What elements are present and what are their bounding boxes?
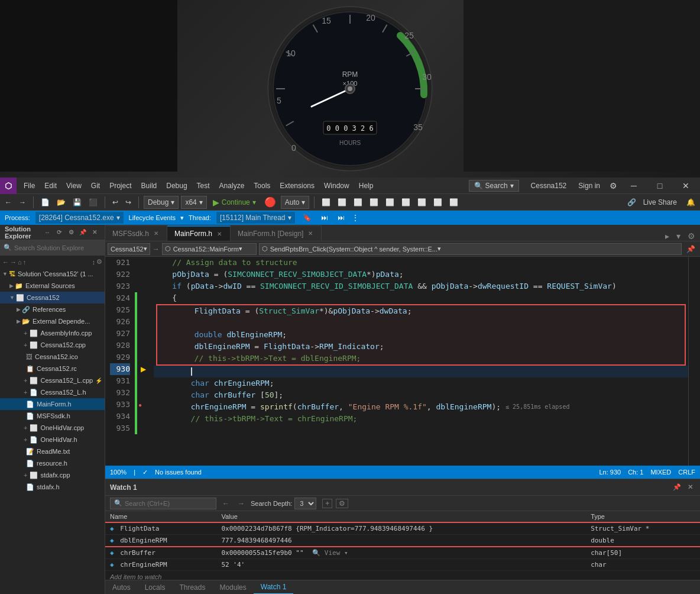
live-share-label[interactable]: Live Share bbox=[643, 198, 682, 206]
close-button[interactable]: ✕ bbox=[674, 177, 698, 194]
live-share-icon[interactable]: 🔗 bbox=[623, 198, 641, 206]
menu-tools[interactable]: Tools bbox=[249, 179, 275, 192]
tree-cessna152[interactable]: ▼ ⬜ Cessna152 bbox=[0, 292, 105, 304]
pin-editor-btn[interactable]: 📌 bbox=[684, 245, 698, 253]
debug-icon-3[interactable]: ⬜ bbox=[351, 197, 365, 208]
tree-onehidvar-h[interactable]: + 📄 OneHidVar.h bbox=[0, 434, 105, 446]
tab-modules[interactable]: Modules bbox=[212, 580, 253, 595]
tree-solution[interactable]: ▼ 🏗 Solution 'Cessna152' (1 ... bbox=[0, 268, 105, 280]
pin-btn[interactable]: 📌 bbox=[77, 227, 88, 238]
menu-window[interactable]: Window bbox=[319, 179, 354, 192]
tree-mainform-h[interactable]: 📄 MainForm.h bbox=[0, 398, 105, 410]
menu-analyze[interactable]: Analyze bbox=[215, 179, 249, 192]
watch-close-btn[interactable]: ✕ bbox=[685, 482, 695, 493]
debug-icon-7[interactable]: ⬜ bbox=[415, 197, 429, 208]
tab-autos[interactable]: Autos bbox=[105, 580, 138, 595]
method-dropdown[interactable]: ⬡ SendRptsBrn_Click(System::Object ^ sen… bbox=[259, 243, 682, 255]
menu-project[interactable]: Project bbox=[105, 179, 136, 192]
tree-onehidvar-cpp[interactable]: + ⬜ OneHidVar.cpp bbox=[0, 422, 105, 434]
save-all-btn[interactable]: ⬛ bbox=[86, 197, 100, 208]
step-icon[interactable]: ⏭ bbox=[321, 214, 328, 222]
tree-collapse-all[interactable]: ↕ bbox=[92, 259, 96, 266]
tree-readme[interactable]: 📝 ReadMe.txt bbox=[0, 446, 105, 457]
class-selector[interactable]: Cessna152 ▾ bbox=[108, 243, 150, 255]
debug-icon-2[interactable]: ⬜ bbox=[335, 197, 349, 208]
vertical-dots-icon[interactable]: ⋮ bbox=[352, 214, 359, 222]
watch-tools-btn[interactable]: ⚙ bbox=[336, 499, 348, 508]
watch-row-chrbuffer[interactable]: ◈ chrBuffer 0x00000055a15fe9b0 "" 🔍 View… bbox=[105, 547, 700, 559]
tab-mainform-design-close[interactable]: ✕ bbox=[307, 230, 314, 237]
solution-search[interactable]: 🔍 bbox=[0, 240, 105, 256]
step-icon-2[interactable]: ⏭ bbox=[338, 214, 345, 222]
save-btn[interactable]: 💾 bbox=[70, 197, 84, 208]
menu-build[interactable]: Build bbox=[137, 179, 162, 192]
tree-settings[interactable]: ⚙ bbox=[96, 258, 102, 266]
debug-icon-8[interactable]: ⬜ bbox=[431, 197, 445, 208]
tree-nav-up[interactable]: ↑ bbox=[23, 259, 27, 266]
menu-git[interactable]: Git bbox=[86, 179, 105, 192]
forward-btn[interactable]: → bbox=[17, 197, 28, 208]
stop-icon[interactable]: 🔴 bbox=[262, 196, 278, 208]
maximize-button[interactable]: □ bbox=[648, 177, 672, 194]
watch-pin-btn[interactable]: 📌 bbox=[672, 482, 682, 493]
tree-assemblyinfo[interactable]: + ⬜ AssemblyInfo.cpp bbox=[0, 327, 105, 339]
settings-panel-btn[interactable]: ⚙ bbox=[66, 227, 76, 238]
tab-watch1[interactable]: Watch 1 bbox=[254, 580, 294, 595]
debug-config-dropdown[interactable]: Debug ▾ bbox=[144, 196, 179, 209]
menu-search[interactable]: 🔍 Search ▾ bbox=[469, 180, 519, 192]
tree-nav-forward[interactable]: → bbox=[10, 259, 17, 266]
tab-mainform-close[interactable]: ✕ bbox=[216, 231, 223, 237]
tree-msfssdk-h[interactable]: 📄 MSFSsdk.h bbox=[0, 410, 105, 422]
settings-icon[interactable]: ⚙ bbox=[607, 181, 620, 191]
tab-settings[interactable]: ⚙ bbox=[683, 231, 700, 241]
tree-cessna152-l-h[interactable]: + 📄 Cessna152_L.h bbox=[0, 386, 105, 398]
watch-search-input[interactable] bbox=[125, 500, 206, 507]
tree-cessna152-ico[interactable]: 🖼 Cessna152.ico bbox=[0, 351, 105, 363]
tree-stdafx-cpp[interactable]: + ⬜ stdafx.cpp bbox=[0, 469, 105, 481]
menu-test[interactable]: Test bbox=[192, 179, 215, 192]
tab-locals[interactable]: Locals bbox=[138, 580, 173, 595]
watch-row-flightdata[interactable]: ◈ FlightData 0x00002234d7b867f8 {RPM_Ind… bbox=[105, 522, 700, 535]
tab-threads[interactable]: Threads bbox=[172, 580, 212, 595]
tree-cessna152-l-cpp[interactable]: + ⬜ Cessna152_L.cpp ⚡ bbox=[0, 375, 105, 386]
feedback-icon[interactable]: 🔔 bbox=[684, 197, 698, 208]
tree-cessna152-cpp[interactable]: + ⬜ Cessna152.cpp bbox=[0, 339, 105, 351]
tree-nav-back[interactable]: ← bbox=[2, 259, 9, 266]
tree-resource-h[interactable]: 📄 resource.h bbox=[0, 457, 105, 469]
tree-references[interactable]: ▶ 🔗 References bbox=[0, 304, 105, 315]
sign-in[interactable]: Sign in bbox=[573, 179, 605, 192]
debug-icon-6[interactable]: ⬜ bbox=[399, 197, 413, 208]
tab-mainform-design[interactable]: MainForm.h [Design] ✕ bbox=[231, 225, 322, 241]
continue-button[interactable]: ▶ Continue ▾ bbox=[209, 196, 260, 208]
nav-right-icon[interactable]: → bbox=[235, 499, 247, 508]
depth-select[interactable]: 3 1 2 4 5 bbox=[294, 498, 316, 509]
minimize-button[interactable]: ─ bbox=[622, 177, 646, 194]
toggle-view-btn[interactable]: ↔ bbox=[42, 227, 53, 238]
close-panel-btn[interactable]: ✕ bbox=[89, 227, 100, 238]
tab-mainform-h[interactable]: MainForm.h ✕ bbox=[167, 225, 231, 241]
sync-btn[interactable]: ⟳ bbox=[54, 227, 64, 238]
menu-edit[interactable]: Edit bbox=[40, 179, 61, 192]
tree-nav-home[interactable]: ⌂ bbox=[18, 259, 22, 266]
process-dropdown[interactable]: [28264] Cessna152.exe ▾ bbox=[35, 211, 124, 224]
watch-search[interactable]: 🔍 bbox=[110, 498, 216, 509]
menu-help[interactable]: Help bbox=[354, 179, 378, 192]
watch-row-chrenginerpm[interactable]: ◈ chrEngineRPM 52 '4' char bbox=[105, 559, 700, 571]
bookmark-icon[interactable]: 🔖 bbox=[303, 214, 312, 222]
tab-menu[interactable]: ▾ bbox=[674, 231, 683, 241]
thread-proc-dropdown[interactable]: [15112] Main Thread ▾ bbox=[216, 211, 296, 224]
debug-icon-4[interactable]: ⬜ bbox=[367, 197, 381, 208]
menu-debug[interactable]: Debug bbox=[161, 179, 192, 192]
add-watch-item[interactable]: Add item to watch bbox=[105, 571, 700, 580]
tab-msfssdk-close[interactable]: ✕ bbox=[153, 230, 160, 237]
watch-row-dblenginerpm[interactable]: ◈ dblEngineRPM 777.94839468497446 double bbox=[105, 535, 700, 547]
zoom-level[interactable]: 100% bbox=[110, 469, 127, 476]
code-content[interactable]: // Assign data to structure pObjData = (… bbox=[149, 257, 688, 466]
tree-external-sources[interactable]: ▶ 📁 External Sources bbox=[0, 280, 105, 292]
platform-dropdown[interactable]: x64 ▾ bbox=[181, 196, 206, 209]
tree-stdafx-h[interactable]: 📄 stdafx.h bbox=[0, 481, 105, 493]
solution-search-input[interactable] bbox=[14, 244, 101, 251]
open-btn[interactable]: 📂 bbox=[54, 197, 68, 208]
view-label[interactable]: 🔍 View ▾ bbox=[312, 549, 348, 557]
back-btn[interactable]: ← bbox=[2, 197, 14, 208]
